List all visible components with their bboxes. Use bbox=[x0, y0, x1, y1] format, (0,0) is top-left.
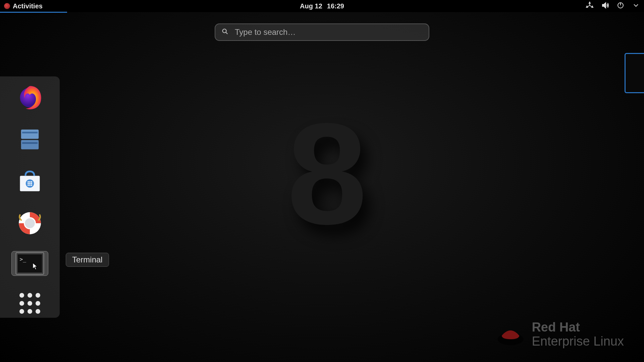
date-label: Aug 12 bbox=[300, 2, 322, 10]
dock-tooltip: Terminal bbox=[66, 253, 109, 267]
dock-item-files[interactable] bbox=[12, 125, 47, 154]
svg-point-30 bbox=[36, 301, 40, 306]
firefox-icon bbox=[16, 84, 44, 111]
svg-point-25 bbox=[19, 293, 24, 298]
brand-line2: Enterprise Linux bbox=[532, 335, 624, 349]
search-bar[interactable] bbox=[215, 23, 429, 41]
search-icon bbox=[221, 28, 229, 37]
dock-item-show-apps[interactable] bbox=[12, 289, 47, 318]
dock-item-terminal[interactable]: >_ bbox=[11, 251, 48, 276]
volume-icon[interactable] bbox=[601, 1, 609, 11]
activities-indicator bbox=[0, 12, 67, 13]
search-input[interactable] bbox=[235, 27, 423, 37]
svg-point-17 bbox=[28, 184, 29, 186]
activities-button[interactable]: Activities bbox=[4, 2, 43, 10]
distro-branding: Red Hat Enterprise Linux bbox=[495, 320, 624, 349]
svg-point-12 bbox=[29, 181, 31, 183]
brand-line1: Red Hat bbox=[532, 320, 624, 335]
network-icon[interactable] bbox=[586, 1, 594, 11]
terminal-icon: >_ bbox=[14, 251, 45, 276]
time-label: 16:29 bbox=[327, 2, 344, 10]
help-icon bbox=[16, 209, 44, 237]
svg-point-27 bbox=[36, 293, 40, 298]
svg-rect-6 bbox=[22, 132, 38, 133]
files-icon bbox=[16, 126, 44, 153]
svg-point-21 bbox=[25, 218, 35, 228]
top-bar: Activities Aug 12 16:29 bbox=[0, 0, 644, 12]
redhat-icon bbox=[495, 323, 526, 346]
dock: >_ bbox=[0, 76, 60, 318]
svg-point-18 bbox=[29, 184, 31, 186]
svg-point-11 bbox=[28, 181, 29, 183]
svg-point-29 bbox=[28, 301, 32, 306]
svg-point-2 bbox=[223, 29, 226, 33]
svg-rect-8 bbox=[22, 142, 38, 144]
svg-point-16 bbox=[31, 183, 32, 184]
svg-rect-7 bbox=[21, 140, 39, 149]
svg-point-13 bbox=[31, 181, 32, 183]
dock-item-firefox[interactable] bbox=[12, 83, 47, 112]
svg-rect-5 bbox=[21, 129, 39, 139]
svg-point-19 bbox=[31, 184, 32, 186]
apps-grid-icon bbox=[18, 291, 42, 315]
svg-point-15 bbox=[29, 183, 31, 184]
distro-icon bbox=[4, 3, 10, 9]
workspace-thumbnail[interactable] bbox=[625, 53, 644, 93]
svg-point-26 bbox=[28, 293, 32, 298]
dock-item-help[interactable] bbox=[12, 209, 47, 238]
svg-point-33 bbox=[36, 309, 40, 314]
background-version-glyph: 8 bbox=[287, 91, 357, 256]
svg-point-14 bbox=[28, 183, 29, 184]
svg-text:>_: >_ bbox=[19, 256, 26, 262]
chevron-down-icon[interactable] bbox=[632, 1, 640, 11]
svg-line-3 bbox=[226, 32, 227, 34]
dock-item-software[interactable] bbox=[12, 167, 47, 195]
dock-tooltip-label: Terminal bbox=[72, 255, 103, 264]
svg-point-32 bbox=[28, 309, 32, 314]
svg-point-28 bbox=[19, 301, 24, 306]
activities-label: Activities bbox=[13, 2, 43, 10]
svg-point-31 bbox=[19, 309, 24, 314]
software-icon bbox=[16, 168, 44, 195]
clock-button[interactable]: Aug 12 16:29 bbox=[300, 2, 344, 10]
power-icon[interactable] bbox=[616, 1, 625, 11]
